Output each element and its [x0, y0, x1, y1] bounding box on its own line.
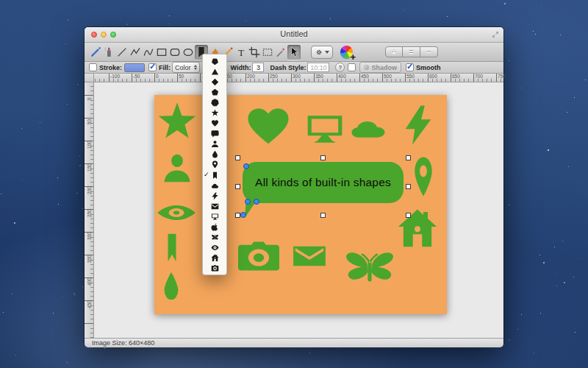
- chevron-down-icon: [325, 51, 329, 54]
- shadow-label: Shadow: [371, 64, 397, 71]
- fullscreen-icon[interactable]: [491, 30, 500, 39]
- shadow-checkbox[interactable]: [348, 63, 356, 71]
- tool-text[interactable]: [234, 45, 248, 60]
- apple-icon: [211, 223, 219, 231]
- star-shape[interactable]: [156, 101, 198, 144]
- shape-menu-item-heptagon[interactable]: [203, 97, 226, 107]
- shape-menu-item-triangle[interactable]: [203, 66, 226, 77]
- heart-shape[interactable]: [244, 104, 293, 149]
- selection-handle[interactable]: [320, 213, 326, 218]
- tool-crop[interactable]: [248, 45, 261, 60]
- shape-menu-item-camera[interactable]: [203, 263, 226, 274]
- oval-icon: [182, 46, 194, 58]
- tool-line[interactable]: [115, 45, 129, 60]
- monitor-shape[interactable]: [304, 111, 345, 148]
- status-bar: Image Size: 640×480: [85, 338, 503, 347]
- ruler-tick-label: 50: [179, 74, 184, 79]
- width-input[interactable]: [252, 63, 264, 72]
- shape-menu-item-pin[interactable]: [203, 160, 226, 170]
- tool-oval[interactable]: [182, 45, 195, 60]
- document-view: 050100150200250300350400450 All kinds of…: [85, 82, 503, 338]
- selection-handle[interactable]: [235, 213, 240, 218]
- tool-spray[interactable]: [102, 45, 115, 60]
- cursor-icon: [288, 46, 300, 58]
- envelope-shape[interactable]: [291, 241, 328, 271]
- tool-pen[interactable]: [89, 45, 102, 60]
- tool-curve[interactable]: [142, 45, 155, 60]
- tool-polyline[interactable]: [129, 45, 142, 60]
- eye-shape[interactable]: [156, 201, 197, 224]
- shape-menu-item-person[interactable]: [203, 139, 226, 149]
- ruler-tick-label: 400: [338, 74, 346, 79]
- shape-menu-item-lightning[interactable]: [203, 191, 226, 201]
- person-shape[interactable]: [162, 151, 193, 185]
- shape-menu-item-rounded-pentagon[interactable]: [203, 56, 226, 66]
- drop-shape[interactable]: [160, 270, 182, 301]
- text-icon: [235, 46, 247, 58]
- tool-cursor[interactable]: [287, 45, 301, 60]
- stroke-checkbox[interactable]: [89, 63, 97, 71]
- zoom-in-button[interactable]: +: [385, 46, 403, 57]
- shape-menu-item-butterfly[interactable]: [203, 233, 226, 243]
- ruler-tick-label: 50: [87, 118, 92, 127]
- shadow-button[interactable]: Shadow: [359, 62, 401, 73]
- smooth-checkbox[interactable]: [406, 63, 414, 71]
- tool-rectangle[interactable]: [155, 45, 168, 60]
- zoom-out-button[interactable]: −: [420, 46, 438, 57]
- speech-bubble-shape[interactable]: All kinds of built-in shapes: [243, 162, 404, 203]
- camera-shape[interactable]: [235, 238, 282, 276]
- fill-mode-dropdown[interactable]: Color: [172, 62, 200, 73]
- monitor-icon: [211, 213, 219, 221]
- drawing-canvas[interactable]: All kinds of built-in shapes: [154, 95, 447, 314]
- selection-handle[interactable]: [235, 155, 240, 160]
- ruler-tick-label: 700: [475, 74, 483, 79]
- window-titlebar[interactable]: Untitled: [85, 27, 503, 43]
- dash-style-input[interactable]: [307, 63, 329, 72]
- app-window: Untitled + + = − Stroke: Fill:: [85, 27, 503, 346]
- tool-wand[interactable]: [274, 45, 287, 60]
- shape-menu-item-star[interactable]: [203, 107, 226, 118]
- shape-menu-item-pentagon[interactable]: [203, 87, 226, 97]
- tool-select[interactable]: [261, 45, 274, 60]
- bookmark-shape[interactable]: [163, 232, 181, 264]
- house-shape[interactable]: [397, 208, 438, 250]
- shape-menu-item-speech-bubble[interactable]: [203, 129, 226, 139]
- shape-menu-item-heart[interactable]: [203, 118, 226, 129]
- width-label: Width:: [231, 64, 251, 71]
- ruler-tick-label: 200: [87, 186, 92, 195]
- zoom-segmented-control: + = −: [385, 46, 438, 57]
- checkmark-icon: ✓: [204, 171, 209, 178]
- shape-menu-item-drop[interactable]: [203, 149, 226, 160]
- shape-menu-item-cloud[interactable]: [203, 180, 226, 191]
- color-wheel-button[interactable]: +: [340, 46, 353, 58]
- selection-handle[interactable]: [235, 184, 240, 189]
- fill-mode-value: Color: [175, 64, 191, 71]
- help-button[interactable]: ?: [335, 63, 345, 72]
- lightning-shape[interactable]: [401, 104, 435, 146]
- heart-icon: [211, 119, 219, 127]
- selection-handle[interactable]: [320, 155, 326, 160]
- zoom-actual-button[interactable]: =: [403, 46, 420, 57]
- cloud-shape[interactable]: [348, 114, 388, 144]
- ruler-tick-label: 250: [270, 74, 278, 79]
- butterfly-icon: [211, 233, 219, 241]
- gear-menu-button[interactable]: [311, 46, 333, 59]
- polyline-icon: [129, 46, 141, 58]
- plus-icon: +: [350, 54, 356, 61]
- shape-menu-item-apple[interactable]: [203, 222, 226, 233]
- shape-menu-item-envelope[interactable]: [203, 201, 226, 211]
- shape-menu-item-monitor[interactable]: [203, 211, 226, 222]
- tool-rounded-rectangle[interactable]: [168, 45, 182, 60]
- shape-menu-item-bookmark[interactable]: ✓: [203, 170, 226, 180]
- ruler-tick-label: -50: [133, 74, 140, 79]
- rounded-pentagon-icon: [211, 57, 219, 66]
- shape-menu-item-eye[interactable]: [203, 243, 226, 253]
- fill-checkbox[interactable]: [148, 63, 157, 71]
- shape-menu-item-house[interactable]: [203, 253, 226, 263]
- butterfly-shape[interactable]: [341, 245, 398, 289]
- pin-shape[interactable]: [410, 155, 437, 198]
- shape-menu-item-diamond[interactable]: [203, 77, 226, 87]
- stroke-color-swatch[interactable]: [124, 63, 145, 72]
- pentagon-icon: [211, 88, 219, 96]
- bookmark-icon: [211, 171, 219, 180]
